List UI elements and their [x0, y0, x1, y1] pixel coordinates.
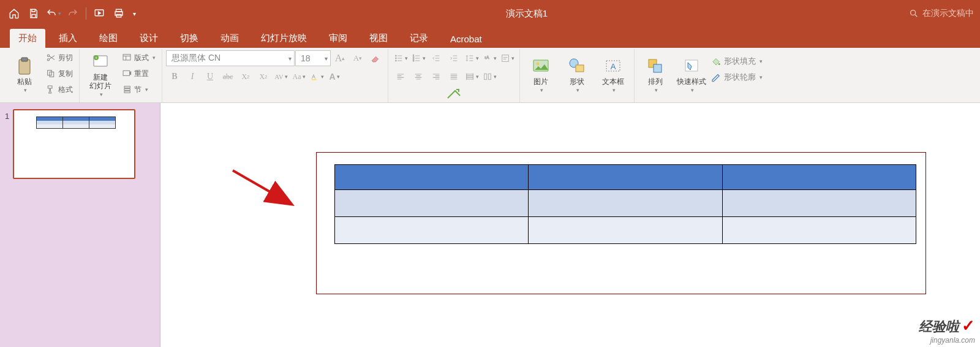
layout-button[interactable]: 版式▾	[119, 50, 158, 65]
distributed-button[interactable]: ▾	[463, 69, 480, 85]
highlight-icon	[310, 72, 320, 82]
copy-button[interactable]: 复制	[43, 66, 75, 81]
save-icon-button[interactable]	[24, 4, 43, 23]
undo-icon-button[interactable]: ▾	[44, 4, 62, 23]
decrease-font-button[interactable]: A▾	[349, 50, 366, 66]
tab-view[interactable]: 视图	[361, 29, 396, 48]
clipboard-icon	[15, 56, 34, 76]
decrease-indent-button[interactable]	[428, 50, 445, 66]
search-box[interactable]: 在演示文稿中	[909, 8, 974, 19]
numbering-button[interactable]: 123▾	[410, 50, 427, 66]
textbox-button[interactable]: A 文本框▾	[596, 50, 630, 99]
tab-slideshow[interactable]: 幻灯片放映	[252, 29, 315, 48]
slide-thumbnail-1[interactable]	[13, 109, 135, 179]
reset-button[interactable]: 重置	[119, 66, 158, 81]
justify-button[interactable]	[445, 69, 462, 85]
arrange-button[interactable]: 排列▾	[638, 50, 673, 99]
svg-text:+: +	[95, 56, 97, 60]
tab-acrobat[interactable]: Acrobat	[442, 30, 491, 48]
tab-animations[interactable]: 动画	[212, 29, 247, 48]
highlight-button[interactable]: ▾	[308, 69, 325, 85]
brush-icon	[46, 85, 56, 94]
table-cell[interactable]	[335, 165, 529, 190]
columns-button[interactable]: ▾	[481, 69, 498, 85]
table-cell[interactable]	[335, 190, 529, 217]
pictures-button[interactable]: 图片▾	[524, 50, 558, 99]
bullets-button[interactable]: ▾	[392, 50, 409, 66]
title-bar: ▾ ▾ 演示文稿1 在演示文稿中	[0, 0, 980, 27]
tab-draw[interactable]: 绘图	[91, 29, 126, 48]
tab-record[interactable]: 记录	[401, 29, 437, 48]
align-center-button[interactable]	[410, 69, 427, 85]
paste-button[interactable]: 粘贴 ▾	[7, 50, 42, 99]
svg-rect-33	[576, 65, 584, 72]
increase-font-button[interactable]: A▴	[331, 50, 349, 66]
annotation-arrow	[230, 168, 298, 211]
new-slide-button[interactable]: + 新建幻灯片 ▾	[83, 50, 118, 99]
tab-insert[interactable]: 插入	[50, 29, 86, 48]
tab-home[interactable]: 开始	[10, 29, 45, 48]
slide-table[interactable]	[334, 164, 916, 244]
print-icon-button[interactable]	[110, 4, 128, 23]
tab-design[interactable]: 设计	[131, 29, 167, 48]
subscript-button[interactable]: X2	[255, 69, 272, 85]
svg-rect-5	[19, 59, 30, 74]
table-header-row[interactable]	[335, 165, 916, 190]
shape-fill-button[interactable]: 形状填充▾	[710, 54, 763, 69]
table-cell[interactable]	[529, 217, 722, 244]
table-cell[interactable]	[529, 190, 722, 217]
text-direction-icon: ↕A	[483, 53, 492, 63]
change-case-button[interactable]: Aa▾	[290, 69, 307, 85]
table-row[interactable]	[335, 217, 916, 244]
svg-rect-28	[484, 74, 486, 79]
table-cell[interactable]	[529, 165, 722, 190]
numbering-icon: 123	[412, 53, 421, 63]
text-direction-button[interactable]: ↕A▾	[481, 50, 498, 66]
table-cell[interactable]	[722, 190, 916, 217]
search-placeholder: 在演示文稿中	[922, 8, 974, 19]
underline-button[interactable]: U	[202, 69, 219, 85]
superscript-button[interactable]: X2	[237, 69, 254, 85]
svg-rect-3	[116, 15, 121, 18]
format-painter-button[interactable]: 格式	[43, 82, 75, 97]
italic-button[interactable]: I	[184, 69, 201, 85]
group-arrange: 排列▾ 快速样式▾ 形状填充▾ 形状轮廓▾	[635, 49, 766, 102]
bold-button[interactable]: B	[166, 69, 183, 85]
justify-icon	[449, 72, 459, 82]
table-row[interactable]	[335, 190, 916, 217]
increase-indent-button[interactable]	[445, 50, 462, 66]
align-left-button[interactable]	[392, 69, 409, 85]
textbox-icon: A	[603, 56, 623, 76]
home-icon-button[interactable]	[5, 4, 23, 23]
redo-icon-button[interactable]	[64, 4, 82, 23]
svg-rect-37	[654, 64, 662, 72]
font-name-combo[interactable]: 思源黑体 CN	[166, 50, 295, 66]
align-center-icon	[413, 72, 423, 82]
section-icon	[122, 85, 132, 94]
strike-button[interactable]: abc	[219, 69, 236, 85]
table-cell[interactable]	[722, 165, 916, 190]
font-color-button[interactable]: A▾	[326, 69, 343, 85]
clear-formatting-button[interactable]	[367, 50, 384, 66]
line-spacing-button[interactable]: ▾	[463, 50, 480, 66]
cut-button[interactable]: 剪切	[43, 50, 75, 65]
table-cell[interactable]	[722, 217, 916, 244]
outdent-icon	[431, 53, 441, 63]
char-spacing-button[interactable]: AV▾	[273, 69, 290, 85]
scissors-icon	[46, 53, 56, 63]
qat-customize-dropdown[interactable]: ▾	[129, 10, 140, 17]
tab-review[interactable]: 审阅	[320, 29, 356, 48]
shapes-button[interactable]: 形状▾	[560, 50, 594, 99]
quick-styles-button[interactable]: 快速样式▾	[674, 50, 709, 99]
font-size-combo[interactable]: 18	[295, 50, 331, 66]
slide-canvas[interactable]: 经验啦 ✓ jingyanla.com	[160, 103, 980, 347]
align-right-button[interactable]	[428, 69, 445, 85]
shape-outline-button[interactable]: 形状轮廓▾	[710, 70, 763, 85]
thumbnail-table-preview	[36, 116, 116, 129]
section-button[interactable]: 节▾	[119, 82, 158, 97]
table-cell[interactable]	[335, 217, 529, 244]
tab-transitions[interactable]: 切换	[172, 29, 207, 48]
align-text-button[interactable]: ▾	[499, 50, 516, 66]
present-from-start-icon-button[interactable]	[90, 4, 108, 23]
slide-thumbnail-pane[interactable]: 1	[0, 103, 160, 347]
